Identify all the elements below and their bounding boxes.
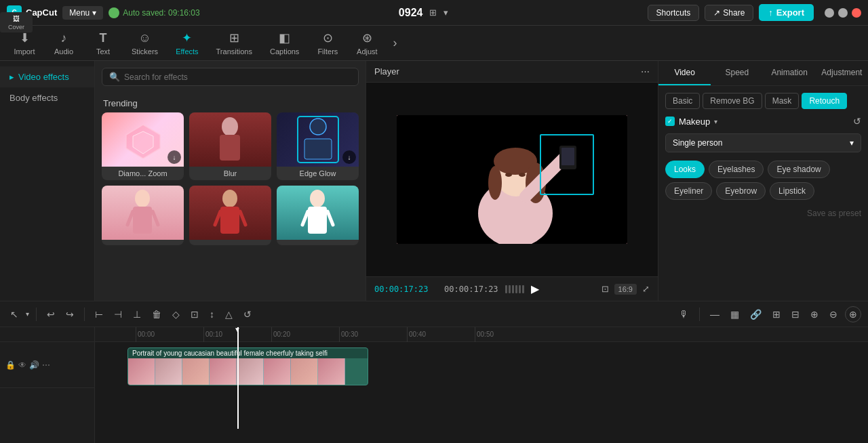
- player-canvas: [366, 83, 658, 276]
- window-controls: [825, 8, 861, 18]
- add-track-button[interactable]: ⊞: [769, 307, 784, 322]
- tag-lipstick[interactable]: Lipstick: [770, 182, 814, 200]
- effect-card-red[interactable]: [189, 186, 271, 245]
- zoom-fit-button[interactable]: ▦: [727, 307, 743, 322]
- tag-eye-shadow[interactable]: Eye shadow: [768, 161, 829, 178]
- tab-video[interactable]: Video: [658, 61, 711, 85]
- person-dropdown[interactable]: Single person ▾: [665, 133, 861, 152]
- grid-icon[interactable]: ⊞: [429, 7, 437, 18]
- zoom-in-button[interactable]: ⊕: [807, 307, 822, 322]
- timeline-labels: 🖼 Cover 🔒 👁 🔊 ⋯: [0, 327, 95, 443]
- mirror-button[interactable]: ↕: [206, 307, 218, 322]
- search-bar[interactable]: 🔍: [102, 68, 359, 86]
- subtab-retouch[interactable]: Retouch: [802, 93, 847, 109]
- sidebar-item-body-effects[interactable]: Body effects: [0, 87, 94, 108]
- tool-dropdown-icon[interactable]: ▾: [26, 310, 29, 318]
- freeze-button[interactable]: ⊡: [187, 307, 202, 322]
- adjust-icon: ⊛: [362, 30, 372, 45]
- play-button[interactable]: ▶: [531, 282, 539, 295]
- sidebar-item-video-effects[interactable]: ▸ Video effects: [0, 66, 94, 87]
- share-button[interactable]: ↗ Share: [705, 5, 753, 21]
- tab-speed[interactable]: Speed: [711, 61, 763, 85]
- makeup-checkbox[interactable]: ✓: [665, 117, 675, 126]
- effect-card-edge-glow[interactable]: ↓ Edge Glow: [277, 112, 359, 180]
- redo-button[interactable]: ↪: [62, 307, 77, 322]
- stickers-icon: ☺: [138, 31, 151, 45]
- undo-button[interactable]: ↩: [43, 307, 58, 322]
- tab-adjust[interactable]: ⊛ Adjust: [348, 26, 386, 60]
- subtab-basic[interactable]: Basic: [665, 93, 700, 109]
- tag-eyelashes[interactable]: Eyelashes: [709, 161, 764, 178]
- effect-card-pink[interactable]: [102, 186, 184, 245]
- lock-icon[interactable]: 🔒: [5, 360, 16, 370]
- split-button[interactable]: ⊢: [92, 307, 106, 322]
- effects-grid: ↓ Diamo... Zoom Blur ↓ Edge Glow: [95, 112, 366, 252]
- tab-transitions[interactable]: ⊞ Transitions: [208, 26, 260, 60]
- mic-button[interactable]: 🎙: [676, 307, 692, 322]
- effect-card-teal[interactable]: [277, 186, 359, 245]
- effect-thumbnail-red: [189, 186, 271, 240]
- tab-stickers[interactable]: ☺ Stickers: [123, 27, 166, 60]
- total-time: 00:00:17:23: [444, 284, 498, 294]
- tab-audio[interactable]: ♪ Audio: [45, 27, 83, 60]
- subtab-mask[interactable]: Mask: [765, 93, 800, 109]
- tab-filters-label: Filters: [317, 47, 338, 56]
- tab-captions[interactable]: ◧ Captions: [262, 26, 307, 60]
- zoom-out-button[interactable]: ⊖: [826, 307, 841, 322]
- tab-filters[interactable]: ⊙ Filters: [309, 26, 347, 60]
- tag-eyeliner[interactable]: Eyeliner: [665, 182, 712, 200]
- fullscreen-icon[interactable]: ⤢: [642, 284, 650, 295]
- rotate-button[interactable]: ↺: [240, 307, 255, 322]
- search-input[interactable]: [124, 72, 351, 82]
- save-preset-button[interactable]: Save as preset: [807, 209, 861, 218]
- timeline-track-area: 🖼 Cover 🔒 👁 🔊 ⋯ 00:00 00:10 00:20: [0, 327, 868, 443]
- video-clip[interactable]: Portrait of young caucasian beautiful fe…: [127, 347, 368, 385]
- shortcuts-button[interactable]: Shortcuts: [648, 5, 700, 21]
- select-tool-button[interactable]: ↖: [7, 307, 22, 322]
- minimize-button[interactable]: [825, 8, 834, 18]
- effect-card-blur[interactable]: Blur: [189, 112, 271, 180]
- makeup-reset-icon[interactable]: ↺: [853, 116, 861, 127]
- trim-start-button[interactable]: ⊣: [111, 307, 125, 322]
- download-icon-edge: ↓: [342, 150, 356, 164]
- keyframe-button[interactable]: ◇: [169, 307, 183, 322]
- frame-2: [155, 358, 182, 385]
- menu-button[interactable]: Menu ▾: [62, 6, 103, 20]
- text-icon: T: [100, 31, 107, 45]
- tab-animation[interactable]: Animation: [764, 61, 816, 85]
- close-button[interactable]: [852, 8, 861, 18]
- ratio-badge: 16:9: [614, 284, 637, 295]
- player-menu-icon[interactable]: ⋯: [641, 66, 650, 77]
- tab-text[interactable]: T Text: [84, 27, 122, 60]
- svg-point-2: [222, 117, 238, 136]
- export-button[interactable]: ↑ Export: [759, 4, 814, 21]
- crop-button[interactable]: △: [222, 307, 236, 322]
- topbar: C CapCut Menu ▾ ✓ Auto saved: 09:16:03 0…: [0, 0, 868, 26]
- tab-effects[interactable]: ✦ Effects: [167, 26, 206, 60]
- more-icon[interactable]: ⋯: [42, 360, 50, 370]
- split-audio-button[interactable]: —: [707, 307, 723, 322]
- left-panel: ▸ Video effects Body effects: [0, 61, 95, 301]
- subtab-remove-bg[interactable]: Remove BG: [703, 93, 762, 109]
- minus-track-button[interactable]: ⊟: [788, 307, 803, 322]
- fit-icon[interactable]: ⊡: [601, 284, 609, 295]
- tabs-row: ⬇ Import ♪ Audio T Text ☺ Stickers ✦ Eff…: [0, 26, 868, 61]
- svg-point-15: [310, 190, 325, 207]
- trim-end-button[interactable]: ⊥: [130, 307, 144, 322]
- ruler-marks: 00:00 00:10 00:20 00:30 00:40 00:50: [136, 327, 868, 342]
- tag-eyebrow[interactable]: Eyebrow: [716, 182, 766, 200]
- tabs-more-icon[interactable]: ›: [387, 33, 402, 53]
- current-time: 00:00:17:23: [374, 284, 428, 294]
- zoom-icon-button[interactable]: ⊕: [845, 306, 861, 322]
- tab-adjustment[interactable]: Adjustment: [816, 61, 868, 85]
- playhead[interactable]: ▼: [237, 327, 239, 429]
- eye-icon[interactable]: 👁: [18, 360, 26, 370]
- video-effects-label: Video effects: [18, 72, 69, 82]
- tag-looks[interactable]: Looks: [665, 161, 705, 178]
- dropdown-chevron-icon: ▾: [850, 138, 854, 148]
- volume-icon[interactable]: 🔊: [29, 360, 39, 370]
- link-button[interactable]: 🔗: [747, 307, 765, 322]
- effect-card-diamond[interactable]: ↓ Diamo... Zoom: [102, 112, 184, 180]
- delete-button[interactable]: 🗑: [149, 307, 165, 322]
- maximize-button[interactable]: [838, 8, 848, 18]
